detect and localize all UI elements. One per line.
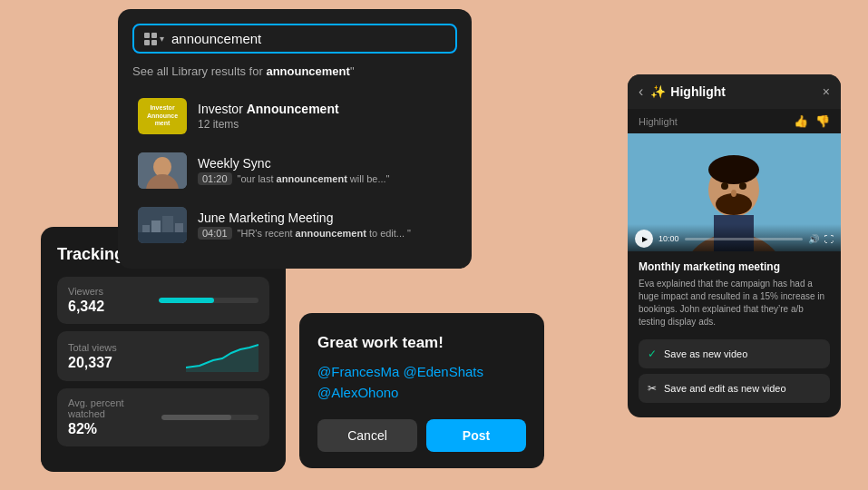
grid-icon <box>143 32 158 46</box>
result-title-weekly: Weekly Sync <box>198 156 452 171</box>
post-button[interactable]: Post <box>426 419 526 452</box>
search-result-weekly[interactable]: Weekly Sync 01:20 "our last announcement… <box>132 145 457 196</box>
search-result-june[interactable]: June Marketing Meeting 04:01 "HR's recen… <box>132 200 457 250</box>
result-sub-weekly: 01:20 "our last announcement will be..." <box>198 172 452 185</box>
highlight-header-left: ‹ ✨ Highlight <box>639 83 726 100</box>
video-controls: ▶ 10:00 🔊 ⛶ <box>628 224 841 251</box>
fullscreen-icon[interactable]: ⛶ <box>824 234 834 244</box>
highlight-sub-header: Highlight 👍 👎 <box>628 109 841 133</box>
cancel-button[interactable]: Cancel <box>317 419 417 452</box>
notification-mentions: @FrancesMa @EdenShats@AlexOhono <box>317 362 526 403</box>
investor-thumb-text: InvestorAnnouncement <box>147 104 178 127</box>
total-views-label: Total views <box>68 342 117 353</box>
result-title-investor: Investor Announcement <box>198 102 452 116</box>
chevron-icon: ▾ <box>160 34 164 44</box>
total-views-chart <box>186 340 258 372</box>
person-thumb-weekly <box>138 152 187 189</box>
close-button[interactable]: × <box>823 84 830 99</box>
video-play-button[interactable]: ▶ <box>635 230 653 248</box>
svg-point-22 <box>731 190 736 197</box>
june-badge: 04:01 <box>198 227 232 240</box>
avg-watched-value: 82% <box>68 421 161 437</box>
video-time: 10:00 <box>658 234 679 243</box>
result-title-june: June Marketing Meeting <box>198 211 452 225</box>
highlight-header: ‹ ✨ Highlight × <box>628 74 841 109</box>
check-icon: ✓ <box>648 348 657 360</box>
june-quote: "HR's recent announcement to edit... " <box>238 228 411 239</box>
highlight-title-row: ✨ Highlight <box>650 84 726 99</box>
result-info-weekly: Weekly Sync 01:20 "our last announcement… <box>198 156 452 185</box>
back-button[interactable]: ‹ <box>639 83 643 100</box>
scissors-icon: ✂ <box>648 382 657 395</box>
viewers-bar <box>159 298 214 303</box>
avg-watched-label: Avg. percent watched <box>68 397 161 419</box>
highlight-description: Eva explained that the campaign has had … <box>639 278 830 328</box>
search-panel: ▾ See all Library results for announceme… <box>118 9 472 269</box>
search-hint: See all Library results for announcement… <box>132 64 457 78</box>
svg-marker-13 <box>186 345 258 372</box>
hint-prefix: See all Library results for <box>132 64 266 78</box>
viewers-value: 6,342 <box>68 299 104 315</box>
result-info-june: June Marketing Meeting 04:01 "HR's recen… <box>198 211 452 240</box>
svg-point-5 <box>153 157 171 177</box>
search-result-investor[interactable]: InvestorAnnouncement Investor Announceme… <box>132 91 457 142</box>
highlight-video-title: Monthly marketing meeting <box>639 260 830 273</box>
save-as-new-label: Save as new video <box>664 348 747 359</box>
avg-watched-bar <box>161 415 231 420</box>
video-progress-bar[interactable] <box>685 238 803 240</box>
highlight-sub-label: Highlight <box>639 116 678 127</box>
svg-rect-12 <box>138 232 187 243</box>
svg-rect-2 <box>144 40 150 45</box>
highlight-panel: ‹ ✨ Highlight × Highlight 👍 👎 <box>628 74 841 417</box>
result-info-investor: Investor Announcement 12 items <box>198 102 452 131</box>
search-type-icon[interactable]: ▾ <box>143 32 164 46</box>
save-edit-label: Save and edit as new video <box>664 383 786 394</box>
highlight-star-icon: ✨ <box>650 84 666 99</box>
weekly-quote: "our last announcement will be..." <box>238 173 390 184</box>
total-views-left: Total views 20,337 <box>68 342 117 371</box>
viewers-left: Viewers 6,342 <box>68 286 104 315</box>
result-sub-june: 04:01 "HR's recent announcement to edit.… <box>198 227 452 240</box>
result-thumb-june <box>138 207 187 243</box>
result-sub-investor: 12 items <box>198 118 452 131</box>
total-views-metric: Total views 20,337 <box>57 331 269 381</box>
notification-message: Great work team! <box>317 333 526 353</box>
notification-panel: Great work team! @FrancesMa @EdenShats@A… <box>299 313 544 468</box>
highlight-thumbs: 👍 👎 <box>794 114 830 128</box>
highlight-content: Monthly marketing meeting Eva explained … <box>628 251 841 417</box>
save-as-new-video-action[interactable]: ✓ Save as new video <box>639 339 830 368</box>
thumbdown-icon[interactable]: 👎 <box>815 114 830 128</box>
svg-point-18 <box>708 155 759 184</box>
result-thumb-investor: InvestorAnnouncement <box>138 98 187 134</box>
investor-item-count: 12 items <box>198 118 239 131</box>
result-thumb-weekly <box>138 152 187 189</box>
notification-buttons: Cancel Post <box>317 419 526 452</box>
city-thumb-june <box>138 207 187 243</box>
search-input-row[interactable]: ▾ <box>132 24 457 54</box>
play-icon: ▶ <box>642 235 648 243</box>
viewers-label: Viewers <box>68 286 104 297</box>
weekly-badge: 01:20 <box>198 172 232 185</box>
save-edit-new-video-action[interactable]: ✂ Save and edit as new video <box>639 374 830 403</box>
search-input[interactable] <box>171 31 446 46</box>
svg-rect-3 <box>151 40 157 45</box>
thumbup-icon[interactable]: 👍 <box>794 114 808 128</box>
svg-point-20 <box>721 182 728 190</box>
viewers-bar-container <box>159 298 258 303</box>
hint-query: announcement <box>266 64 349 78</box>
avg-watched-metric: Avg. percent watched 82% <box>57 388 269 446</box>
avg-watched-bar-container <box>161 415 258 420</box>
highlight-title: Highlight <box>670 84 726 99</box>
total-views-value: 20,337 <box>68 355 117 371</box>
volume-icon[interactable]: 🔊 <box>808 234 819 244</box>
viewers-metric: Viewers 6,342 <box>57 277 269 324</box>
avg-watched-left: Avg. percent watched 82% <box>68 397 161 437</box>
svg-rect-1 <box>151 33 157 38</box>
svg-rect-0 <box>144 33 150 38</box>
video-container[interactable]: ▶ 10:00 🔊 ⛶ <box>628 133 841 251</box>
svg-point-21 <box>739 182 746 190</box>
